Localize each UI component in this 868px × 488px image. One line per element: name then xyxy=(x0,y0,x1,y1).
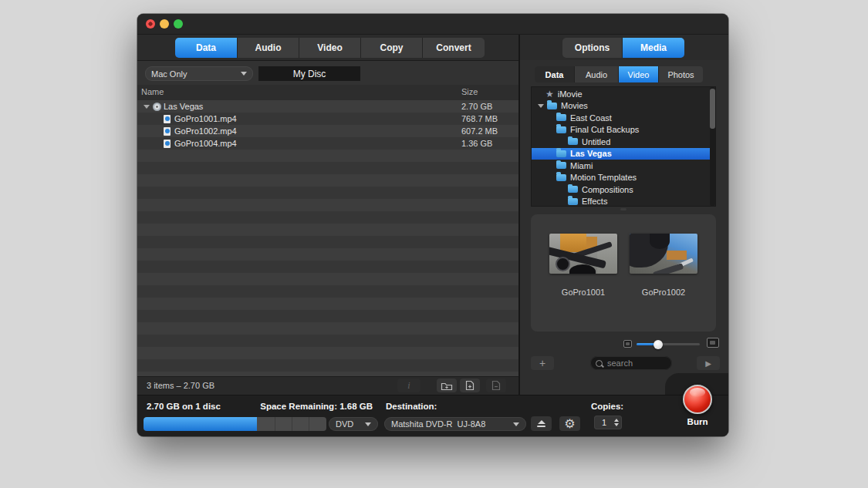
zoom-button[interactable] xyxy=(174,19,183,29)
tree-item-las-vegas[interactable]: Las Vegas xyxy=(532,148,710,160)
large-thumbnail-icon xyxy=(707,338,719,348)
thumbnail-gopro1001[interactable] xyxy=(549,234,617,274)
file-minus-icon xyxy=(491,380,501,391)
folder-icon xyxy=(547,103,557,109)
mode-tabs: Data Audio Video Copy Convert xyxy=(175,38,485,58)
file-list[interactable]: Las Vegas 2.70 GB GoPro1001.mp4 768.7 MB… xyxy=(137,100,518,376)
tree-label: Movies xyxy=(561,101,588,110)
tree-label: Final Cut Backups xyxy=(570,125,639,134)
add-folder-button[interactable] xyxy=(437,379,457,392)
tree-label: Untitled xyxy=(582,137,610,146)
item-name: Las Vegas xyxy=(164,102,203,111)
imovie-star-icon: ★ xyxy=(545,90,554,98)
media-tab-video[interactable]: Video xyxy=(619,66,659,82)
tree-label: Las Vegas xyxy=(570,149,612,158)
add-media-button[interactable]: + xyxy=(531,356,554,370)
folder-icon xyxy=(568,198,578,205)
tree-item-imovie[interactable]: ★ iMovie xyxy=(532,88,710,100)
folder-icon xyxy=(568,138,578,145)
close-button[interactable] xyxy=(146,19,155,29)
media-button[interactable]: Media xyxy=(623,38,684,58)
titlebar[interactable] xyxy=(137,14,728,35)
plus-icon: + xyxy=(539,358,545,369)
tree-item-compositions[interactable]: Compositions xyxy=(532,183,710,196)
tree-scrollbar-thumb[interactable] xyxy=(710,89,715,129)
media-tab-photos[interactable]: Photos xyxy=(659,66,703,82)
tree-label: iMovie xyxy=(558,89,583,99)
remove-file-button[interactable] xyxy=(486,379,506,392)
tree-item-movies[interactable]: Movies xyxy=(532,100,710,113)
tab-copy[interactable]: Copy xyxy=(361,38,423,58)
column-size[interactable]: Size xyxy=(461,87,478,96)
tree-label: Compositions xyxy=(582,185,633,194)
tree-item-motion-templates[interactable]: Motion Templates xyxy=(532,172,710,184)
drive-value: Matshita DVD-R UJ-8A8 xyxy=(391,419,485,429)
slider-thumb[interactable] xyxy=(654,340,663,349)
space-remaining-label: Space Remaining: 1.68 GB xyxy=(245,402,373,411)
list-row-file[interactable]: GoPro1004.mp4 1.36 GB xyxy=(137,137,518,150)
add-file-button[interactable] xyxy=(460,379,480,392)
disc-capacity-bar xyxy=(144,417,326,431)
tab-video[interactable]: Video xyxy=(299,38,361,58)
item-name: GoPro1001.mp4 xyxy=(174,114,237,123)
video-file-icon xyxy=(164,140,171,148)
splitter-handle[interactable] xyxy=(620,208,627,210)
list-row-file[interactable]: GoPro1002.mp4 607.2 MB xyxy=(137,125,518,137)
tree-item-effects[interactable]: Effects xyxy=(532,196,710,207)
list-row-disc[interactable]: Las Vegas 2.70 GB xyxy=(137,100,518,113)
media-folder-tree[interactable]: ★ iMovie Movies East Coast Final Cut Bac… xyxy=(531,86,716,207)
media-thumbnail-panel: GoPro1001 GoPro1002 xyxy=(531,214,716,332)
thumbnail-gopro1002[interactable] xyxy=(630,234,697,274)
tree-item-east-coast[interactable]: East Coast xyxy=(532,112,710,124)
media-type-value: DVD xyxy=(336,419,353,429)
tab-data[interactable]: Data xyxy=(175,38,238,58)
media-tab-audio[interactable]: Audio xyxy=(575,66,619,82)
options-button[interactable]: Options xyxy=(562,38,623,58)
filter-dropdown[interactable]: Mac Only xyxy=(145,66,253,81)
tree-scrollbar[interactable] xyxy=(710,87,715,206)
info-button[interactable]: i xyxy=(397,379,420,392)
copies-stepper[interactable]: 1 xyxy=(594,416,622,429)
media-type-dropdown[interactable]: DVD xyxy=(329,417,378,431)
folder-icon xyxy=(556,150,566,157)
preview-play-button[interactable]: ▶ xyxy=(697,356,720,370)
tab-audio[interactable]: Audio xyxy=(238,38,299,58)
list-header: Name Size xyxy=(137,85,518,101)
chevron-down-icon xyxy=(513,422,519,426)
thumbnail-label: GoPro1002 xyxy=(630,288,697,297)
tab-convert[interactable]: Convert xyxy=(423,38,485,58)
tree-label: Motion Templates xyxy=(570,173,637,182)
search-input[interactable] xyxy=(606,358,663,369)
thumbnail-size-slider[interactable] xyxy=(637,343,700,345)
settings-button[interactable]: ⚙ xyxy=(559,416,580,431)
items-summary: 3 items – 2.70 GB xyxy=(147,381,214,390)
disc-name-field[interactable]: My Disc xyxy=(258,66,360,81)
folder-icon xyxy=(556,126,566,133)
thumbnail-label: GoPro1001 xyxy=(549,288,617,297)
tree-label: Miami xyxy=(570,161,593,170)
stepper-arrows-icon[interactable] xyxy=(614,419,619,426)
disc-icon xyxy=(153,103,161,111)
tree-item-final-cut-backups[interactable]: Final Cut Backups xyxy=(532,124,710,136)
drive-dropdown[interactable]: Matshita DVD-R UJ-8A8 xyxy=(384,417,526,431)
eject-button[interactable] xyxy=(531,416,552,431)
search-field[interactable] xyxy=(590,356,672,370)
disclosure-triangle-icon[interactable] xyxy=(538,104,544,108)
burn-button-label: Burn xyxy=(677,417,718,426)
folder-icon xyxy=(568,186,578,193)
item-name: GoPro1002.mp4 xyxy=(174,126,237,136)
disc-capacity-fill xyxy=(144,417,257,431)
minimize-button[interactable] xyxy=(160,19,169,29)
folder-icon xyxy=(556,174,566,181)
column-name[interactable]: Name xyxy=(141,87,164,96)
tree-item-miami[interactable]: Miami xyxy=(532,160,710,172)
disclosure-triangle-icon[interactable] xyxy=(144,105,150,109)
burn-button[interactable] xyxy=(683,385,712,414)
panel-toggle: Options Media xyxy=(562,38,684,58)
tree-item-untitled[interactable]: Untitled xyxy=(532,136,710,148)
info-icon: i xyxy=(407,380,410,392)
item-size: 2.70 GB xyxy=(461,102,492,111)
destination-label: Destination: xyxy=(386,402,437,411)
media-tab-data[interactable]: Data xyxy=(535,66,575,82)
list-row-file[interactable]: GoPro1001.mp4 768.7 MB xyxy=(137,113,518,125)
